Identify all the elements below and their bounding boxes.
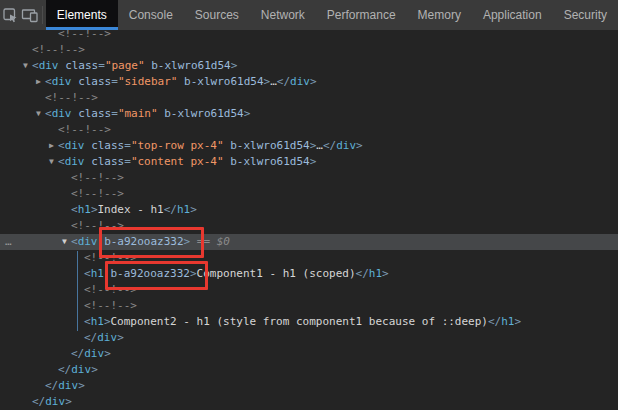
token-punct: > <box>356 139 363 152</box>
tab-sources[interactable]: Sources <box>184 0 250 30</box>
token-tag: div <box>39 59 59 72</box>
token-punct: < <box>71 235 78 248</box>
token-tag: div <box>84 347 104 360</box>
twisty-expanded-icon[interactable]: ▼ <box>32 106 45 122</box>
token-tag: h1 <box>91 267 104 280</box>
tree-node[interactable]: </div> <box>0 394 618 410</box>
devtools-window: ElementsConsoleSourcesNetworkPerformance… <box>0 0 618 410</box>
token-attr: b-a92ooaz332 <box>104 235 183 248</box>
twisty-expanded-icon[interactable]: ▼ <box>45 154 58 170</box>
token-value: "main" <box>118 107 158 120</box>
tree-node[interactable]: <h1>Index - h1</h1> <box>0 202 618 218</box>
token-text: Component1 - h1 (scoped) <box>197 267 356 280</box>
token-punct: </ <box>84 331 97 344</box>
token-value: "page" <box>105 59 145 72</box>
token-punct: > <box>310 155 317 168</box>
token-tag: h1 <box>78 203 91 216</box>
token-value: "content px-4" <box>131 155 224 168</box>
token-punct: </ <box>356 267 369 280</box>
tab-application[interactable]: Application <box>472 0 553 30</box>
tree-node[interactable]: <h1 b-a92ooaz332>Component1 - h1 (scoped… <box>0 266 618 282</box>
tree-node[interactable]: ▶<div class="top-row px-4" b-xlwro61d54>… <box>0 138 618 154</box>
device-toolbar-icon[interactable] <box>20 0 40 30</box>
token-comment: <!--!--> <box>45 91 98 104</box>
tree-node[interactable]: <!--!--> <box>0 186 618 202</box>
token-tag: div <box>336 139 356 152</box>
token-tag: div <box>52 75 72 88</box>
tree-node[interactable]: ▼<div class="page" b-xlwro61d54> <box>0 58 618 74</box>
token-punct: </ <box>58 363 71 376</box>
token-hint: == $0 <box>197 235 230 248</box>
tab-security[interactable]: Security <box>553 0 618 30</box>
token-tag: div <box>97 331 117 344</box>
token-attr: b-xlwro61d54 <box>184 75 263 88</box>
tree-node[interactable]: </div> <box>0 330 618 346</box>
twisty-expanded-icon[interactable]: ▼ <box>19 58 32 74</box>
tree-node[interactable]: <!--!--> <box>0 298 618 314</box>
more-actions-icon[interactable]: … <box>5 234 13 250</box>
token-tag: div <box>65 139 85 152</box>
token-tag: div <box>290 75 310 88</box>
tree-node[interactable]: </div> <box>0 362 618 378</box>
tree-node[interactable]: </div> <box>0 378 618 394</box>
token-tag: div <box>65 155 85 168</box>
tree-node[interactable]: ▼<div class="content px-4" b-xlwro61d54> <box>0 154 618 170</box>
token-comment: <!--!--> <box>84 299 137 312</box>
tree-node-selected[interactable]: …▼<div b-a92ooaz332> == $0 <box>0 234 618 250</box>
token-punct: = <box>98 59 105 72</box>
tab-network[interactable]: Network <box>250 0 316 30</box>
token-attr: class <box>78 75 111 88</box>
tab-memory[interactable]: Memory <box>407 0 472 30</box>
token-punct: > <box>65 395 72 408</box>
tree-node[interactable]: ▶<div class="sidebar" b-xlwro61d54>…</di… <box>0 74 618 90</box>
token-punct: = <box>124 155 131 168</box>
twisty-collapsed-icon[interactable]: ▶ <box>32 74 45 90</box>
twisty-collapsed-icon[interactable]: ▶ <box>45 138 58 154</box>
token-punct: </ <box>277 75 290 88</box>
token-attr: class <box>78 107 111 120</box>
panel-tabs: ElementsConsoleSourcesNetworkPerformance… <box>46 0 618 30</box>
tree-node[interactable]: <!--!--> <box>0 218 618 234</box>
token-punct: > <box>104 315 111 328</box>
token-attr: class <box>91 155 124 168</box>
tab-console[interactable]: Console <box>118 0 184 30</box>
tree-node[interactable]: <!--!--> <box>0 30 618 42</box>
token-punct: </ <box>45 379 58 392</box>
tree-node[interactable]: ▼<div class="main" b-xlwro61d54> <box>0 106 618 122</box>
tree-node[interactable]: <!--!--> <box>0 170 618 186</box>
token-comment: <!--!--> <box>84 283 137 296</box>
token-punct: < <box>45 75 52 88</box>
tree-node[interactable]: <!--!--> <box>0 90 618 106</box>
tab-performance[interactable]: Performance <box>316 0 407 30</box>
tree-node[interactable]: <!--!--> <box>0 42 618 58</box>
tree-node[interactable]: <!--!--> <box>0 250 618 266</box>
token-tag: div <box>78 235 98 248</box>
children-indent-guide <box>77 251 78 331</box>
token-punct: > <box>382 267 389 280</box>
token-punct: </ <box>32 395 45 408</box>
token-comment: <!--!--> <box>84 251 137 264</box>
tab-elements[interactable]: Elements <box>46 0 118 30</box>
tree-node[interactable]: <h1>Component2 - h1 (style from componen… <box>0 314 618 330</box>
token-value: "top-row px-4" <box>131 139 224 152</box>
tree-node[interactable]: <!--!--> <box>0 122 618 138</box>
toolbar-divider <box>42 6 43 24</box>
twisty-expanded-icon[interactable]: ▼ <box>58 234 71 250</box>
token-attr: b-xlwro61d54 <box>164 107 243 120</box>
elements-tree-panel[interactable]: <!--!--><!--!-->▼<div class="page" b-xlw… <box>0 30 618 410</box>
token-punct: < <box>58 155 65 168</box>
token-value: "sidebar" <box>118 75 178 88</box>
token-comment: <!--!--> <box>71 171 124 184</box>
token-comment: <!--!--> <box>58 30 111 40</box>
tree-node[interactable]: </div> <box>0 346 618 362</box>
tree-node[interactable]: <!--!--> <box>0 282 618 298</box>
token-tag: div <box>71 363 91 376</box>
token-attr: b-xlwro61d54 <box>230 139 309 152</box>
token-comment: <!--!--> <box>71 187 124 200</box>
token-text: … <box>316 139 323 152</box>
token-punct: < <box>32 59 39 72</box>
token-tag: h1 <box>177 203 190 216</box>
token-text: Component2 - h1 (style from component1 b… <box>111 315 489 328</box>
token-punct: > <box>231 59 238 72</box>
inspect-icon[interactable] <box>0 0 20 30</box>
